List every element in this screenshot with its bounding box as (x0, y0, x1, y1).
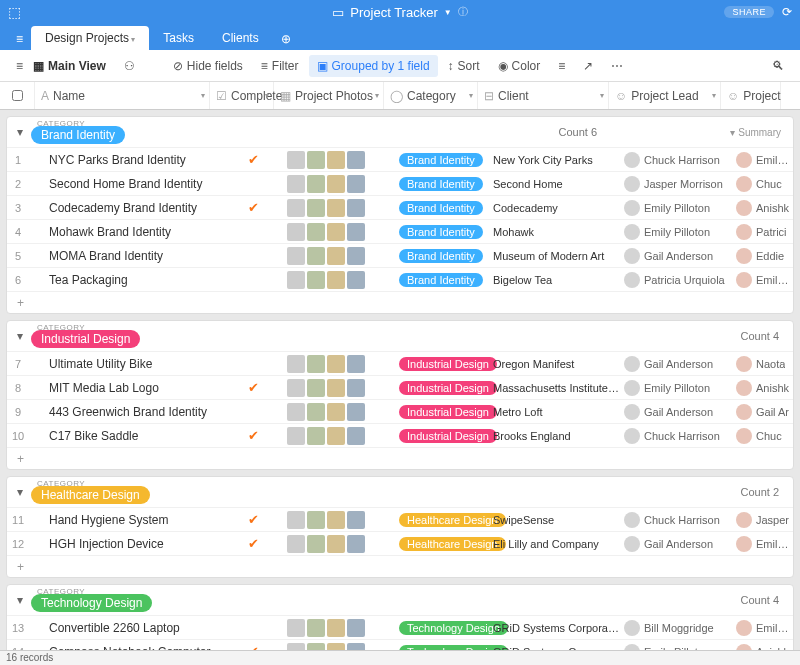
cell-client[interactable]: GRiD Systems Corporation (489, 646, 620, 651)
cell-lead[interactable]: Chuck Harrison (620, 152, 732, 168)
table-row[interactable]: 9443 Greenwich Brand IdentityIndustrial … (7, 399, 793, 423)
cell-lead[interactable]: Patricia Urquiola (620, 272, 732, 288)
collapse-icon[interactable]: ▾ (13, 329, 27, 343)
add-row-button[interactable]: + (7, 291, 793, 313)
column-client[interactable]: ⊟Client▾ (478, 82, 609, 109)
cell-photos[interactable] (285, 425, 395, 447)
group-button[interactable]: ▣Grouped by 1 field (309, 55, 438, 77)
cell-photos[interactable] (285, 353, 395, 375)
cell-team[interactable]: Eddie (732, 248, 792, 264)
collapse-icon[interactable]: ▾ (13, 593, 27, 607)
cell-category[interactable]: Technology Design (395, 621, 489, 635)
cell-photos[interactable] (285, 509, 395, 531)
cell-name[interactable]: MIT Media Lab Logo (45, 381, 221, 395)
table-row[interactable]: 1NYC Parks Brand Identity✔Brand Identity… (7, 147, 793, 171)
cell-client[interactable]: Second Home (489, 178, 620, 190)
views-sidebar-toggle[interactable]: ≡ (8, 55, 31, 77)
table-row[interactable]: 5MOMA Brand IdentityBrand IdentityMuseum… (7, 243, 793, 267)
cell-name[interactable]: HGH Injection Device (45, 537, 221, 551)
color-button[interactable]: ◉Color (490, 55, 549, 77)
cell-lead[interactable]: Jasper Morrison (620, 176, 732, 192)
cell-complete[interactable]: ✔ (221, 200, 285, 215)
cell-lead[interactable]: Emily Pilloton (620, 380, 732, 396)
cell-name[interactable]: Mohawk Brand Identity (45, 225, 221, 239)
cell-name[interactable]: Hand Hygiene System (45, 513, 221, 527)
cell-client[interactable]: Mohawk (489, 226, 620, 238)
more-button[interactable]: ⋯ (603, 55, 631, 77)
cell-lead[interactable]: Emily Pilloton (620, 224, 732, 240)
cell-team[interactable]: Patrici (732, 224, 792, 240)
cell-lead[interactable]: Emily Pilloton (620, 200, 732, 216)
cell-name[interactable]: MOMA Brand Identity (45, 249, 221, 263)
cell-name[interactable]: 443 Greenwich Brand Identity (45, 405, 221, 419)
cell-photos[interactable] (285, 401, 395, 423)
tab-clients[interactable]: Clients (208, 26, 273, 50)
share-view-button[interactable]: ↗ (575, 55, 601, 77)
menu-icon[interactable]: ≡ (8, 28, 31, 50)
cell-name[interactable]: Second Home Brand Identity (45, 177, 221, 191)
cell-client[interactable]: Massachusetts Institute of Tech (489, 382, 620, 394)
logo-icon[interactable]: ⬚ (8, 4, 21, 20)
cell-photos[interactable] (285, 149, 395, 171)
cell-lead[interactable]: Bill Moggridge (620, 620, 732, 636)
cell-photos[interactable] (285, 173, 395, 195)
cell-name[interactable]: Codecademy Brand Identity (45, 201, 221, 215)
collapse-icon[interactable]: ▾ (13, 485, 27, 499)
workspace-title[interactable]: Project Tracker (350, 5, 437, 20)
table-row[interactable]: 4Mohawk Brand IdentityBrand IdentityMoha… (7, 219, 793, 243)
add-row-button[interactable]: + (7, 447, 793, 469)
row-height-button[interactable]: ≡ (550, 55, 573, 77)
cell-team[interactable]: Emily P (732, 152, 792, 168)
column-name[interactable]: AName▾ (34, 82, 210, 109)
cell-name[interactable]: Convertible 2260 Laptop (45, 621, 221, 635)
cell-photos[interactable] (285, 197, 395, 219)
cell-category[interactable]: Brand Identity (395, 225, 489, 239)
cell-category[interactable]: Industrial Design (395, 381, 489, 395)
cell-category[interactable]: Industrial Design (395, 405, 489, 419)
cell-client[interactable]: SwipeSense (489, 514, 620, 526)
cell-category[interactable]: Brand Identity (395, 177, 489, 191)
cell-category[interactable]: Brand Identity (395, 249, 489, 263)
table-row[interactable]: 6Tea PackagingBrand IdentityBigelow TeaP… (7, 267, 793, 291)
cell-team[interactable]: Naota (732, 356, 792, 372)
cell-client[interactable]: Museum of Modern Art (489, 250, 620, 262)
cell-name[interactable]: C17 Bike Saddle (45, 429, 221, 443)
table-row[interactable]: 10C17 Bike Saddle✔Industrial DesignBrook… (7, 423, 793, 447)
cell-category[interactable]: Industrial Design (395, 357, 489, 371)
add-row-button[interactable]: + (7, 555, 793, 577)
column-lead[interactable]: ☺Project Lead▾ (609, 82, 721, 109)
cell-photos[interactable] (285, 617, 395, 639)
cell-client[interactable]: Brooks England (489, 430, 620, 442)
cell-lead[interactable]: Gail Anderson (620, 356, 732, 372)
add-table-button[interactable]: ⊕ (273, 28, 299, 50)
collaborators-icon[interactable]: ⚇ (116, 55, 143, 77)
cell-client[interactable]: Eli Lilly and Company (489, 538, 620, 550)
table-row[interactable]: 7Ultimate Utility BikeIndustrial DesignO… (7, 351, 793, 375)
table-row[interactable]: 3Codecademy Brand Identity✔Brand Identit… (7, 195, 793, 219)
cell-photos[interactable] (285, 245, 395, 267)
cell-team[interactable]: Emily P (732, 272, 792, 288)
cell-client[interactable]: GRiD Systems Corporation (489, 622, 620, 634)
table-row[interactable]: 11Hand Hygiene System✔Healthcare DesignS… (7, 507, 793, 531)
cell-category[interactable]: Healthcare Design (395, 537, 489, 551)
cell-name[interactable]: NYC Parks Brand Identity (45, 153, 221, 167)
collapse-icon[interactable]: ▾ (13, 125, 27, 139)
cell-category[interactable]: Industrial Design (395, 429, 489, 443)
cell-complete[interactable]: ✔ (221, 428, 285, 443)
table-row[interactable]: 12HGH Injection Device✔Healthcare Design… (7, 531, 793, 555)
select-all-checkbox[interactable] (12, 90, 23, 101)
cell-category[interactable]: Healthcare Design (395, 513, 489, 527)
cell-name[interactable]: Tea Packaging (45, 273, 221, 287)
cell-lead[interactable]: Emily Pilloton (620, 644, 732, 651)
cell-complete[interactable]: ✔ (221, 152, 285, 167)
cell-client[interactable]: Bigelow Tea (489, 274, 620, 286)
cell-lead[interactable]: Chuck Harrison (620, 428, 732, 444)
column-photos[interactable]: ▦Project Photos▾ (274, 82, 384, 109)
history-icon[interactable]: ⟳ (782, 5, 792, 19)
cell-photos[interactable] (285, 377, 395, 399)
cell-team[interactable]: Anishk (732, 380, 792, 396)
cell-team[interactable]: Chuc (732, 176, 792, 192)
cell-team[interactable]: Emily P (732, 620, 792, 636)
cell-client[interactable]: Oregon Manifest (489, 358, 620, 370)
cell-lead[interactable]: Gail Anderson (620, 404, 732, 420)
